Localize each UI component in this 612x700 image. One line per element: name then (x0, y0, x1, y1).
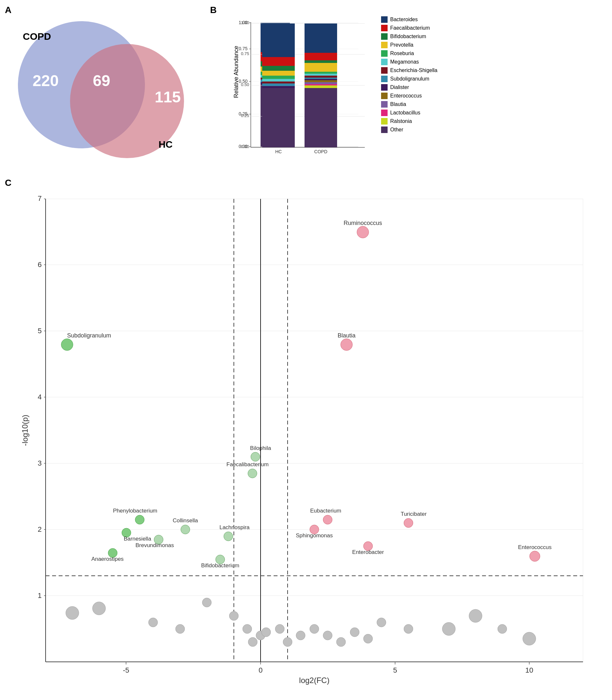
svg-text:Subdoligranulum: Subdoligranulum (67, 332, 111, 339)
legend-item: Roseburia (381, 50, 437, 57)
svg-point-159 (498, 624, 507, 633)
svg-point-123 (135, 515, 144, 524)
svg-rect-56 (305, 76, 337, 78)
svg-point-140 (176, 624, 185, 633)
panel-b: B Relative Abundance 0.00 0.25 0.50 0.75… (208, 3, 489, 170)
svg-text:Anaerostipes: Anaerostipes (91, 556, 123, 562)
legend-label: Lactobacillus (390, 110, 420, 116)
legend-swatch (381, 118, 388, 124)
legend-item: Blautia (381, 101, 437, 108)
svg-rect-50 (305, 85, 337, 88)
svg-point-109 (251, 452, 260, 461)
svg-text:5: 5 (393, 666, 397, 674)
legend-item: Subdoligranulum (381, 76, 437, 82)
c-y-axis-label: -log10(p) (20, 415, 29, 446)
svg-point-113 (323, 515, 332, 524)
svg-rect-44 (262, 76, 295, 79)
legend-label: Blautia (390, 102, 406, 107)
svg-text:Faecalibacterium: Faecalibacterium (226, 461, 268, 468)
svg-point-111 (248, 469, 257, 478)
svg-point-105 (341, 339, 352, 350)
panel-a: A COPD HC 220 69 115 (3, 3, 205, 166)
hc-venn-label: HC (158, 139, 172, 150)
svg-text:Bilophila: Bilophila (250, 445, 271, 451)
svg-rect-45 (262, 71, 295, 76)
venn-copd-only: 220 (32, 72, 59, 90)
svg-text:0.75: 0.75 (241, 51, 249, 56)
legend-label: Prevotella (390, 42, 413, 48)
legend-swatch (381, 67, 388, 74)
svg-text:Blautia: Blautia (337, 332, 356, 339)
panel-b-label: B (210, 5, 217, 15)
legend-item: Enterococcus (381, 93, 437, 99)
svg-text:Phenylobacterium: Phenylobacterium (113, 508, 157, 514)
legend-label: Enterococcus (390, 93, 422, 99)
legend-swatch (381, 76, 388, 82)
legend-item: Prevotella (381, 42, 437, 48)
legend-item: Faecalibacterium (381, 25, 437, 31)
svg-point-146 (262, 628, 271, 637)
svg-text:0.50: 0.50 (241, 82, 249, 87)
svg-text:Barnesiella: Barnesiella (124, 536, 151, 542)
svg-rect-48 (262, 24, 295, 57)
svg-rect-58 (305, 72, 337, 74)
svg-text:Brevundimonas: Brevundimonas (136, 542, 174, 548)
svg-point-158 (469, 609, 482, 622)
svg-text:1: 1 (38, 591, 42, 600)
svg-text:Enterococcus: Enterococcus (518, 544, 552, 550)
panel-a-label: A (5, 5, 11, 15)
svg-text:Turicibater: Turicibater (401, 511, 427, 517)
legend-item: Ralstonia (381, 118, 437, 124)
svg-rect-41 (262, 83, 295, 86)
svg-rect-55 (305, 78, 337, 79)
svg-rect-62 (305, 24, 337, 53)
svg-point-131 (224, 532, 233, 541)
svg-point-150 (310, 624, 319, 633)
svg-text:Bifidobacterium: Bifidobacterium (201, 562, 239, 569)
svg-point-115 (404, 519, 413, 527)
legend-label: Ralstonia (390, 118, 412, 124)
svg-point-107 (61, 339, 73, 350)
legend-swatch (381, 16, 388, 23)
svg-point-139 (149, 618, 158, 627)
panel-c-label: C (5, 178, 11, 188)
svg-text:Sphingomonas: Sphingomonas (296, 533, 333, 539)
svg-point-103 (357, 226, 369, 238)
svg-point-151 (323, 631, 332, 640)
svg-rect-53 (305, 80, 337, 82)
svg-point-137 (93, 602, 106, 615)
svg-point-121 (530, 551, 540, 562)
svg-point-138 (66, 606, 79, 619)
svg-text:Enterobacter: Enterobacter (352, 549, 384, 555)
legend-swatch (381, 50, 388, 57)
svg-rect-49 (305, 88, 337, 147)
svg-text:HC: HC (275, 149, 282, 154)
svg-point-155 (377, 618, 386, 627)
legend-label: Dialister (390, 84, 409, 90)
legend-swatch (381, 59, 388, 65)
legend-item: Lactobacillus (381, 110, 437, 116)
legend-swatch (381, 84, 388, 91)
svg-point-127 (181, 525, 190, 534)
svg-text:6: 6 (38, 260, 42, 269)
legend-item: Escherichia-Shigella (381, 67, 437, 74)
svg-rect-47 (262, 57, 295, 66)
legend-swatch (381, 93, 388, 99)
venn-container: COPD HC 220 69 115 (10, 16, 199, 160)
svg-point-149 (296, 631, 305, 640)
svg-text:7: 7 (38, 194, 42, 202)
copd-venn-label: COPD (23, 31, 51, 42)
svg-point-156 (404, 624, 413, 633)
svg-text:Eubacterium: Eubacterium (310, 508, 341, 514)
legend-swatch (381, 25, 388, 31)
c-x-axis-label: log2(FC) (299, 676, 329, 685)
svg-text:10: 10 (525, 666, 533, 674)
svg-point-154 (363, 634, 373, 643)
svg-rect-65 (46, 199, 583, 662)
svg-rect-43 (262, 79, 295, 81)
legend-label: Escherichia-Shigella (390, 67, 437, 73)
legend-swatch (381, 33, 388, 40)
svg-text:Collinsella: Collinsella (172, 517, 198, 524)
svg-point-148 (283, 637, 292, 647)
svg-text:3: 3 (38, 459, 42, 467)
